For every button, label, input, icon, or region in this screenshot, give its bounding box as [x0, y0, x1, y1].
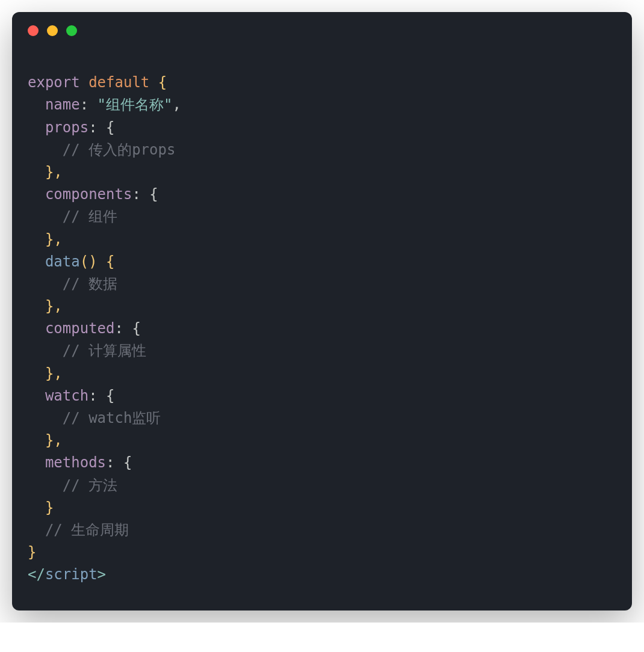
close-icon[interactable] — [28, 25, 39, 36]
comment: // 计算属性 — [63, 342, 146, 359]
parens: () — [80, 253, 98, 270]
code-line: }, — [28, 429, 616, 452]
comma: , — [173, 96, 181, 113]
comment: // watch监听 — [63, 410, 161, 426]
code-line: watch: { — [28, 385, 616, 407]
close-brace: }, — [45, 231, 63, 248]
code-line: // 方法 — [28, 475, 616, 497]
colon: : — [80, 96, 98, 113]
keyword-export: export — [28, 74, 80, 91]
code-content: export default { name: "组件名称", props: { … — [12, 49, 632, 610]
property-name: name — [45, 96, 80, 113]
tag-script: script — [45, 566, 98, 583]
property-computed: computed — [45, 320, 115, 337]
rest: : { — [88, 119, 114, 136]
maximize-icon[interactable] — [66, 25, 77, 36]
code-line: // 生命周期 — [28, 519, 616, 541]
comment: // 生命周期 — [45, 521, 129, 538]
code-line: // 组件 — [28, 206, 616, 228]
code-line: computed: { — [28, 318, 616, 340]
code-line: }, — [28, 363, 616, 385]
rest: : { — [114, 320, 140, 337]
comment: // 数据 — [63, 275, 117, 292]
code-line: // watch监听 — [28, 407, 616, 429]
brace: { — [98, 253, 115, 270]
code-window: export default { name: "组件名称", props: { … — [12, 12, 632, 610]
code-line: }, — [28, 295, 616, 318]
code-line: </script> — [28, 564, 616, 586]
code-line: // 数据 — [28, 273, 616, 295]
code-line: // 计算属性 — [28, 340, 616, 362]
brace: { — [149, 74, 167, 91]
method-data: data — [45, 253, 80, 270]
rest: : { — [106, 454, 132, 471]
string-value: "组件名称" — [98, 96, 173, 113]
rest: : { — [132, 186, 158, 203]
code-line: data() { — [28, 251, 616, 273]
code-line: name: "组件名称", — [28, 94, 616, 116]
close-brace: }, — [45, 432, 63, 449]
code-line — [28, 49, 616, 72]
close-brace: } — [28, 544, 36, 561]
property-props: props — [45, 119, 88, 136]
close-brace: }, — [45, 365, 63, 382]
property-components: components — [45, 186, 132, 203]
comment: // 方法 — [63, 477, 117, 494]
keyword-default: default — [88, 74, 149, 91]
code-line: }, — [28, 161, 616, 183]
tag-bracket: > — [98, 566, 106, 583]
tag-bracket: </ — [28, 566, 45, 583]
close-brace: }, — [45, 298, 63, 315]
minimize-icon[interactable] — [47, 25, 58, 36]
comment: // 组件 — [63, 208, 117, 225]
close-brace: } — [45, 499, 54, 516]
code-line: export default { — [28, 72, 616, 94]
comment: // 传入的props — [63, 141, 176, 158]
code-line: } — [28, 541, 616, 564]
code-line: // 传入的props — [28, 139, 616, 161]
code-line: methods: { — [28, 452, 616, 474]
code-line: props: { — [28, 117, 616, 139]
code-line: }, — [28, 229, 616, 251]
close-brace: }, — [45, 164, 63, 180]
property-methods: methods — [45, 454, 106, 471]
property-watch: watch — [45, 387, 88, 404]
rest: : { — [88, 387, 114, 404]
window-header — [12, 12, 632, 49]
code-line: components: { — [28, 183, 616, 206]
code-line: } — [28, 497, 616, 519]
